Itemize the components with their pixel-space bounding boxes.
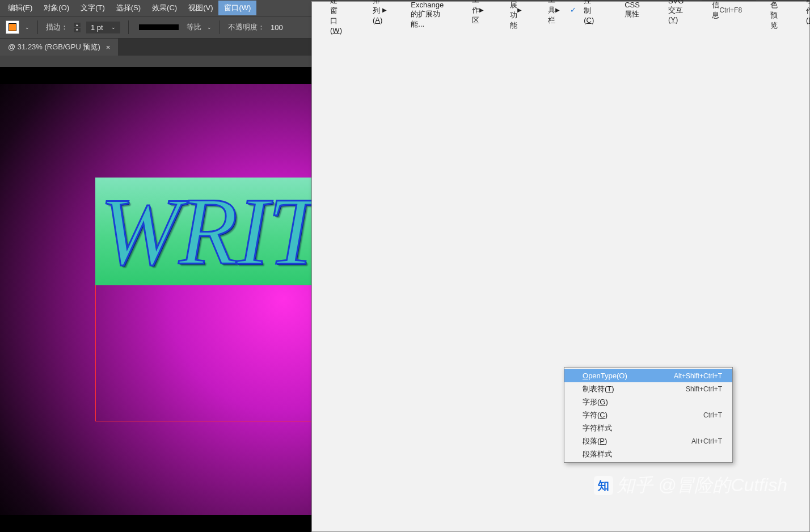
menu-object[interactable]: 对象(O) bbox=[38, 1, 75, 15]
menu-item-label: 制表符(T) bbox=[583, 384, 686, 394]
menu-item-label: 字符样式 bbox=[583, 423, 722, 433]
window-menu-item[interactable]: 分色预览 bbox=[752, 3, 788, 16]
menu-item-label: CSS 属性 bbox=[625, 1, 640, 19]
submenu-arrow-icon: ▶ bbox=[517, 7, 522, 13]
close-tab-icon[interactable]: × bbox=[106, 43, 111, 52]
stroke-label: 描边： bbox=[46, 22, 68, 32]
window-menu-item[interactable]: 排列(A)▶ bbox=[355, 3, 393, 16]
stroke-weight-dropdown[interactable]: 1 pt ⌄ bbox=[86, 22, 120, 33]
text-submenu-item[interactable]: 字形(G) bbox=[564, 395, 732, 408]
menu-effect[interactable]: 效果(C) bbox=[146, 1, 183, 15]
menu-view[interactable]: 视图(V) bbox=[183, 1, 218, 15]
zhihu-logo-icon: 知 bbox=[594, 476, 613, 495]
menu-item-label: 查找有关 Exchange 的扩展功能... bbox=[411, 0, 444, 29]
chevron-down-icon[interactable]: ⌄ bbox=[207, 24, 212, 30]
menu-item-label: SVG 交互(Y) bbox=[668, 0, 684, 24]
submenu-arrow-icon: ▶ bbox=[479, 7, 484, 13]
watermark: 知 知乎 @冒险的Cutfish bbox=[594, 473, 787, 498]
text-submenu: OpenType(O)Alt+Shift+Ctrl+T制表符(T)Shift+C… bbox=[564, 367, 733, 463]
window-menu-dropdown: 新建窗口(W)排列(A)▶查找有关 Exchange 的扩展功能...工作区▶扩… bbox=[311, 1, 810, 532]
menu-edit[interactable]: 编辑(E) bbox=[2, 1, 38, 15]
menu-item-label: 段落(P) bbox=[583, 436, 691, 446]
window-menu-item[interactable]: 信息Ctrl+F8 bbox=[694, 3, 752, 16]
menu-item-label: 动作(N) bbox=[806, 0, 810, 24]
text-submenu-item[interactable]: OpenType(O)Alt+Shift+Ctrl+T bbox=[564, 369, 732, 382]
submenu-arrow-icon: ▶ bbox=[382, 7, 387, 13]
opacity-label: 不透明度： bbox=[228, 22, 265, 32]
menu-shortcut: Ctrl+F8 bbox=[719, 6, 742, 14]
document-tab-title: @ 31.23% (RGB/GPU 预览) bbox=[8, 42, 100, 52]
text-submenu-item[interactable]: 字符样式 bbox=[564, 421, 732, 434]
window-menu-item[interactable]: 工作区▶ bbox=[454, 3, 490, 16]
menu-item-label: OpenType(O) bbox=[583, 371, 674, 380]
window-menu-item[interactable]: 查找有关 Exchange 的扩展功能... bbox=[393, 3, 454, 16]
text-submenu-item[interactable]: 字符(C)Ctrl+T bbox=[564, 408, 732, 421]
window-menu-item[interactable]: SVG 交互(Y) bbox=[650, 3, 694, 16]
window-menu-item[interactable]: CSS 属性 bbox=[606, 3, 650, 16]
submenu-arrow-icon: ▶ bbox=[555, 7, 560, 13]
menu-item-label: 字符(C) bbox=[583, 410, 703, 420]
divider bbox=[128, 20, 129, 34]
chevron-down-icon: ⌄ bbox=[111, 24, 116, 30]
menu-item-label: 工具栏 bbox=[548, 0, 555, 26]
window-menu-item[interactable]: 动作(N) bbox=[788, 3, 810, 16]
watermark-text: 知乎 @冒险的Cutfish bbox=[617, 473, 787, 498]
menu-shortcut: Alt+Shift+Ctrl+T bbox=[674, 372, 722, 380]
stroke-preview[interactable] bbox=[139, 24, 179, 30]
menu-type[interactable]: 文字(T) bbox=[75, 1, 111, 15]
menu-select[interactable]: 选择(S) bbox=[111, 1, 146, 15]
menu-item-label: 扩展功能 bbox=[510, 0, 517, 31]
menu-item-label: 控制(C) bbox=[584, 0, 594, 24]
artwork-text: WRIT bbox=[100, 178, 320, 285]
chevron-down-icon[interactable]: ⌄ bbox=[25, 24, 29, 30]
menu-item-label: 字形(G) bbox=[583, 397, 722, 407]
fill-swatch[interactable] bbox=[6, 20, 19, 34]
stroke-stepper[interactable]: ▴▾ bbox=[74, 23, 81, 32]
divider bbox=[37, 20, 38, 34]
check-icon: ✓ bbox=[570, 6, 576, 14]
window-menu-item[interactable]: 扩展功能▶ bbox=[492, 3, 528, 16]
menu-item-label: 工作区 bbox=[472, 0, 479, 26]
menu-item-label: 段落样式 bbox=[583, 449, 722, 459]
opacity-value[interactable]: 100 bbox=[271, 23, 283, 32]
window-menu-item[interactable]: ✓控制(C) bbox=[566, 3, 604, 16]
text-submenu-item[interactable]: 段落样式 bbox=[564, 447, 732, 461]
document-tab[interactable]: @ 31.23% (RGB/GPU 预览) × bbox=[0, 39, 118, 56]
menu-shortcut: Shift+Ctrl+T bbox=[686, 385, 722, 393]
stroke-weight-value: 1 pt bbox=[91, 23, 103, 32]
window-menu-item[interactable]: 新建窗口(W) bbox=[312, 3, 352, 16]
scale-label: 等比 bbox=[187, 22, 201, 32]
text-submenu-item[interactable]: 制表符(T)Shift+Ctrl+T bbox=[564, 382, 732, 395]
divider bbox=[220, 20, 220, 34]
menu-shortcut: Ctrl+T bbox=[703, 411, 722, 419]
menu-shortcut: Alt+Ctrl+T bbox=[691, 437, 722, 445]
text-submenu-item[interactable]: 段落(P)Alt+Ctrl+T bbox=[564, 434, 732, 447]
menu-item-label: 分色预览 bbox=[770, 0, 778, 31]
menu-window[interactable]: 窗口(W) bbox=[218, 1, 256, 15]
menu-item-label: 新建窗口(W) bbox=[330, 0, 342, 35]
menu-item-label: 信息 bbox=[712, 0, 719, 20]
menu-item-label: 排列(A) bbox=[373, 0, 382, 24]
window-menu-item[interactable]: 工具栏▶ bbox=[530, 3, 566, 16]
